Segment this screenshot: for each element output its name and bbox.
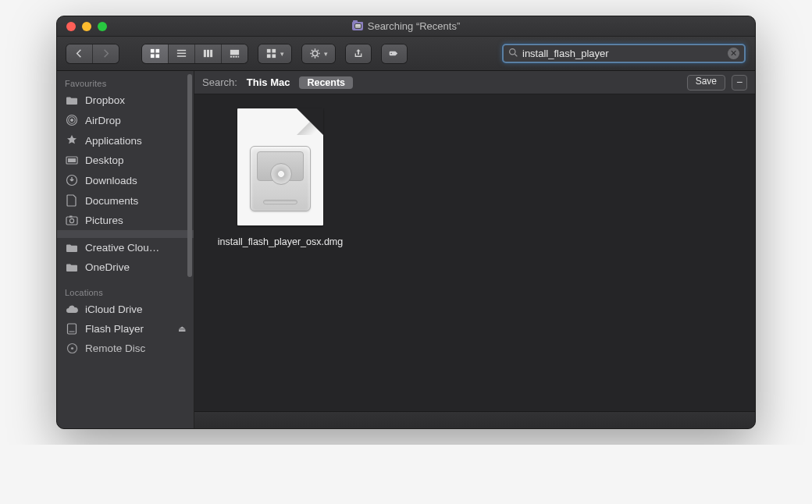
documents-icon	[65, 194, 79, 207]
svg-rect-10	[230, 50, 239, 55]
sidebar-item-downloads[interactable]: Downloads	[57, 170, 194, 190]
sidebar-item-label: Flash Player	[85, 323, 144, 335]
svg-rect-6	[177, 55, 186, 57]
scope-this-mac[interactable]: This Mac	[247, 76, 290, 88]
cloud-icon	[65, 305, 79, 314]
sidebar-item-label: Downloads	[85, 175, 137, 186]
svg-line-25	[318, 56, 319, 57]
svg-line-24	[312, 50, 312, 51]
share-button[interactable]	[346, 44, 371, 63]
desktop-icon	[65, 156, 79, 165]
chevron-down-icon: ▾	[324, 50, 328, 58]
sidebar-item-label: Dropbox	[85, 94, 125, 106]
svg-point-43	[70, 347, 73, 350]
svg-rect-12	[233, 56, 234, 58]
sidebar-section-locations: Locations	[57, 283, 194, 300]
sidebar-item-label: iCloud Drive	[85, 303, 143, 315]
disk-icon	[65, 323, 79, 335]
sidebar-item-label: AirDrop	[85, 115, 121, 126]
svg-line-27	[312, 56, 312, 57]
view-mode-group	[142, 44, 248, 63]
sidebar-item-desktop[interactable]: Desktop	[57, 151, 194, 170]
back-button[interactable]	[66, 44, 92, 63]
sidebar-item-label: Pictures	[85, 215, 123, 226]
clear-search-button[interactable]: ✕	[728, 48, 739, 59]
svg-rect-2	[151, 54, 155, 58]
sidebar-item-label: Remote Disc	[85, 343, 145, 354]
eject-icon[interactable]: ⏏	[178, 324, 186, 334]
downloads-icon	[65, 174, 79, 186]
svg-rect-8	[207, 50, 209, 57]
minimize-window-button[interactable]	[82, 22, 91, 31]
view-gallery-button[interactable]	[221, 44, 248, 63]
sidebar-item-flash-player[interactable]: Flash Player ⏏	[57, 319, 194, 339]
folder-icon	[65, 96, 79, 105]
close-window-button[interactable]	[66, 22, 76, 31]
traffic-lights	[57, 22, 107, 31]
sidebar-item-dropbox[interactable]: Dropbox	[57, 91, 194, 110]
view-column-button[interactable]	[194, 44, 221, 63]
svg-rect-37	[66, 217, 77, 225]
svg-rect-18	[272, 54, 276, 58]
sidebar-item-onedrive[interactable]: OneDrive	[57, 257, 194, 277]
svg-rect-9	[210, 50, 212, 57]
search-input[interactable]	[522, 48, 728, 59]
tags-button[interactable]	[382, 44, 407, 63]
toolbar: ▾ ▾ ✕	[57, 37, 755, 71]
svg-rect-3	[155, 54, 159, 58]
finder-title-icon	[352, 22, 363, 30]
sidebar-item-remote-disc[interactable]: Remote Disc	[57, 339, 194, 358]
remote-disc-icon	[65, 343, 79, 354]
main-area: Search: This Mac Recents Save − install_…	[194, 71, 755, 428]
svg-line-26	[318, 50, 319, 51]
sidebar-item-label: Creative Clou…	[85, 242, 159, 254]
svg-rect-7	[204, 50, 206, 57]
action-button[interactable]: ▾	[302, 44, 335, 63]
search-icon	[508, 47, 518, 61]
forward-button[interactable]	[92, 44, 119, 63]
svg-rect-14	[238, 56, 239, 58]
sidebar-item-documents[interactable]: Documents	[57, 190, 194, 211]
pictures-icon	[65, 215, 79, 225]
fullscreen-window-button[interactable]	[98, 22, 107, 31]
svg-rect-39	[69, 216, 73, 218]
sidebar-item-label: OneDrive	[85, 261, 130, 273]
sidebar-item-selected[interactable]	[57, 230, 194, 238]
svg-point-19	[312, 51, 317, 55]
title-scope: “Recents”	[416, 20, 460, 32]
svg-point-29	[510, 48, 515, 54]
sidebar-item-airdrop[interactable]: AirDrop	[57, 110, 194, 130]
sidebar-item-creative-cloud[interactable]: Creative Clou…	[57, 238, 194, 257]
window-title: Searching “Recents”	[57, 20, 755, 32]
sidebar-scrollbar[interactable]	[187, 74, 192, 277]
folder-icon	[65, 263, 79, 272]
sidebar: Favourites Dropbox AirDrop Applications …	[57, 71, 194, 428]
sidebar-item-label: Desktop	[85, 154, 124, 166]
svg-rect-1	[155, 49, 159, 53]
search-field[interactable]: ✕	[502, 44, 746, 63]
view-icon-button[interactable]	[142, 44, 168, 63]
arrange-button[interactable]: ▾	[258, 44, 291, 63]
sidebar-section-favourites: Favourites	[57, 74, 194, 91]
svg-rect-13	[235, 56, 237, 58]
sidebar-item-pictures[interactable]: Pictures	[57, 211, 194, 230]
sidebar-item-icloud-drive[interactable]: iCloud Drive	[57, 300, 194, 319]
nav-buttons	[66, 44, 119, 63]
scope-recents[interactable]: Recents	[299, 76, 353, 89]
view-list-button[interactable]	[168, 44, 194, 63]
scope-label: Search:	[202, 76, 237, 88]
chevron-down-icon: ▾	[280, 50, 284, 58]
svg-point-31	[70, 119, 73, 122]
sidebar-item-applications[interactable]: Applications	[57, 130, 194, 151]
file-item[interactable]: install_flash_player_osx.dmg	[210, 108, 351, 247]
svg-rect-16	[272, 49, 276, 53]
svg-line-30	[515, 54, 517, 56]
save-search-button[interactable]: Save	[687, 75, 725, 91]
sidebar-item-label: Documents	[85, 195, 138, 207]
applications-icon	[65, 134, 79, 147]
svg-rect-17	[267, 54, 271, 58]
svg-point-38	[69, 218, 73, 222]
airdrop-icon	[65, 114, 79, 126]
remove-criteria-button[interactable]: −	[732, 75, 747, 91]
dmg-file-icon	[237, 108, 323, 225]
